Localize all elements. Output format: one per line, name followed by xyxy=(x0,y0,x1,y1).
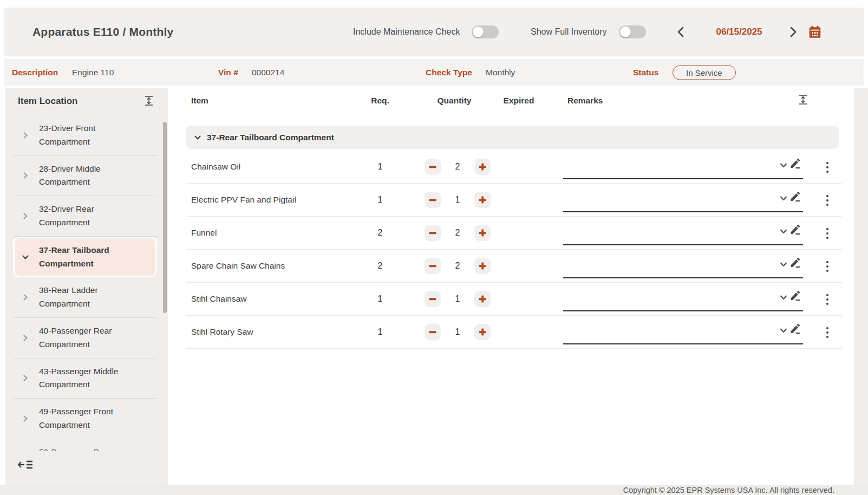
remarks-input[interactable] xyxy=(563,178,803,179)
row-menu-kebab-icon[interactable] xyxy=(824,193,831,208)
show-full-inventory-toggle-group: Show Full Inventory xyxy=(531,25,646,38)
vin-label: Vin # xyxy=(218,68,238,77)
expand-all-icon[interactable] xyxy=(143,95,155,107)
sidebar-item-compartment[interactable]: 37-Rear Tailboard Compartment xyxy=(13,237,157,278)
sidebar-item-compartment[interactable]: 38-Rear Ladder Compartment xyxy=(13,277,157,318)
row-menu-kebab-icon[interactable] xyxy=(824,160,831,175)
increment-quantity-button[interactable] xyxy=(474,324,491,340)
remarks-input[interactable] xyxy=(563,244,803,245)
remarks-dropdown-chevron-icon[interactable] xyxy=(779,194,788,203)
remarks-dropdown-chevron-icon[interactable] xyxy=(779,161,788,170)
sidebar-item-label: 49-Passenger Front Compartment xyxy=(39,405,127,432)
chevron-left-icon[interactable] xyxy=(675,26,687,38)
quantity-value: 1 xyxy=(447,195,468,205)
table-row: Stihl Chainsaw 1 1 xyxy=(186,283,842,316)
chevron-right-icon xyxy=(22,132,29,139)
quantity-value: 1 xyxy=(447,294,468,304)
row-menu-kebab-icon[interactable] xyxy=(824,292,831,307)
remarks-dropdown-chevron-icon[interactable] xyxy=(779,260,788,269)
decrement-quantity-button[interactable] xyxy=(425,159,441,175)
remarks-input[interactable] xyxy=(563,277,803,278)
increment-quantity-button[interactable] xyxy=(474,258,491,274)
sidebar-item-label: 38-Rear Ladder Compartment xyxy=(39,284,127,311)
sidebar-title: Item Location xyxy=(18,96,78,107)
remarks-dropdown-chevron-icon[interactable] xyxy=(779,293,788,302)
increment-quantity-button[interactable] xyxy=(474,159,491,175)
minus-icon xyxy=(429,265,436,267)
sidebar-item-compartment[interactable]: 23-Driver Front Compartment xyxy=(13,115,157,156)
section-title: 37-Rear Tailboard Compartment xyxy=(207,133,334,142)
sidebar-item-label: 32-Driver Rear Compartment xyxy=(39,203,127,230)
chevron-right-icon xyxy=(22,253,29,261)
row-menu-kebab-icon[interactable] xyxy=(824,226,831,241)
remarks-dropdown-chevron-icon[interactable] xyxy=(779,227,788,236)
increment-quantity-button[interactable] xyxy=(474,192,491,208)
sidebar-item-compartment[interactable]: 49-Passenger Front Compartment xyxy=(13,399,157,439)
include-maintenance-check-label: Include Maintenance Check xyxy=(353,27,460,37)
show-full-inventory-toggle[interactable] xyxy=(619,25,646,38)
footer: Copyright © 2025 EPR Systems USA Inc. Al… xyxy=(0,485,868,495)
show-full-inventory-label: Show Full Inventory xyxy=(531,27,607,37)
edit-remarks-icon[interactable] xyxy=(788,289,801,302)
vin-value: 0000214 xyxy=(252,68,284,77)
remarks-input[interactable] xyxy=(563,211,803,212)
decrement-quantity-button[interactable] xyxy=(425,291,441,307)
apparatus-info-bar: Description Engine 110 Vin # 0000214 Che… xyxy=(4,59,864,86)
quantity-value: 2 xyxy=(447,162,468,172)
required-count: 1 xyxy=(364,327,396,337)
edit-remarks-icon[interactable] xyxy=(788,223,801,236)
chevron-right-icon xyxy=(22,415,29,422)
sidebar-item-compartment[interactable]: 43-Passenger Middle Compartment xyxy=(13,359,157,399)
decrement-quantity-button[interactable] xyxy=(425,225,441,241)
date-display[interactable]: 06/15/2025 xyxy=(699,27,780,37)
row-menu-kebab-icon[interactable] xyxy=(824,259,831,274)
sidebar-item-label: 50-Passenger Pump Compartment xyxy=(39,446,127,451)
quantity-value: 2 xyxy=(447,261,468,271)
column-header-req: Req. xyxy=(364,96,396,106)
sidebar-item-label: 23-Driver Front Compartment xyxy=(39,122,127,149)
chevron-down-icon xyxy=(194,134,201,141)
edit-remarks-icon[interactable] xyxy=(788,190,801,203)
expand-all-rows-icon[interactable] xyxy=(797,94,809,106)
remarks-dropdown-chevron-icon[interactable] xyxy=(779,326,788,335)
item-name: Chainsaw Oil xyxy=(191,162,240,172)
remarks-input[interactable] xyxy=(563,343,803,344)
sidebar-item-compartment[interactable]: 50-Passenger Pump Compartment xyxy=(13,439,157,451)
row-menu-kebab-icon[interactable] xyxy=(824,325,831,340)
edit-remarks-icon[interactable] xyxy=(788,157,801,170)
decrement-quantity-button[interactable] xyxy=(425,324,441,340)
calendar-icon[interactable] xyxy=(808,25,822,39)
decrement-quantity-button[interactable] xyxy=(425,192,441,208)
increment-quantity-button[interactable] xyxy=(474,291,491,307)
edit-remarks-icon[interactable] xyxy=(788,256,801,269)
location-list: 23-Driver Front Compartment 28-Driver Mi… xyxy=(13,115,157,451)
divider xyxy=(624,64,624,80)
status-badge[interactable]: In Service xyxy=(673,65,736,80)
sidebar-item-compartment[interactable]: 40-Passenger Rear Compartment xyxy=(13,318,157,359)
collapse-sidebar-icon[interactable] xyxy=(17,458,34,471)
minus-icon xyxy=(429,331,436,333)
chevron-right-icon[interactable] xyxy=(787,26,799,38)
include-maintenance-check-toggle-group: Include Maintenance Check xyxy=(353,25,499,38)
remarks-input[interactable] xyxy=(563,310,803,311)
top-header: Apparatus E110 / Monthly Include Mainten… xyxy=(4,8,864,56)
increment-quantity-button[interactable] xyxy=(474,225,491,241)
sidebar-item-compartment[interactable]: 32-Driver Rear Compartment xyxy=(13,196,157,237)
decrement-quantity-button[interactable] xyxy=(425,258,441,274)
sidebar-scrollbar[interactable] xyxy=(163,122,167,313)
chevron-right-icon xyxy=(22,212,29,220)
table-row: Stihl Rotary Saw 1 1 xyxy=(186,316,842,349)
table-row: Chainsaw Oil 1 2 xyxy=(186,151,842,184)
item-name: Stihl Rotary Saw xyxy=(191,327,253,337)
item-location-sidebar: Item Location 23-Driver Front Compartmen… xyxy=(5,88,168,485)
status-label: Status xyxy=(633,68,658,77)
background-strip xyxy=(854,88,868,485)
include-maintenance-check-toggle[interactable] xyxy=(472,25,499,38)
sidebar-item-label: 28-Driver Middle Compartment xyxy=(39,162,127,190)
edit-remarks-icon[interactable] xyxy=(788,322,801,335)
sidebar-item-compartment[interactable]: 28-Driver Middle Compartment xyxy=(13,156,157,197)
page-title: Apparatus E110 / Monthly xyxy=(32,25,173,38)
section-header-37-rear-tailboard[interactable]: 37-Rear Tailboard Compartment xyxy=(186,126,839,149)
divider xyxy=(212,64,212,80)
toggle-knob xyxy=(620,27,631,37)
